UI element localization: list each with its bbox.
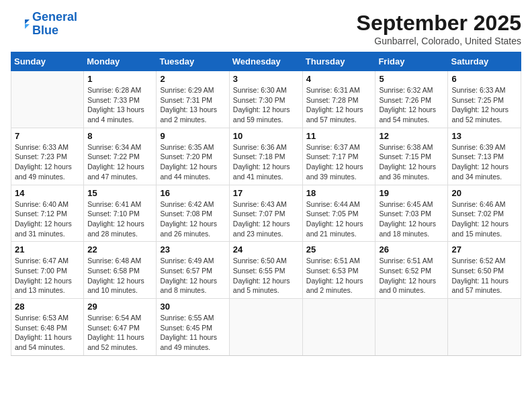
calendar-day-cell: 27Sunrise: 6:52 AMSunset: 6:50 PMDayligh… [448, 242, 521, 299]
day-info: Sunrise: 6:34 AMSunset: 7:22 PMDaylight:… [87, 142, 152, 182]
logo-line1: General [32, 10, 77, 24]
calendar-day-cell: 21Sunrise: 6:47 AMSunset: 7:00 PMDayligh… [11, 242, 84, 299]
calendar-day-cell: 9Sunrise: 6:35 AMSunset: 7:20 PMDaylight… [157, 128, 229, 185]
calendar-week-row: 14Sunrise: 6:40 AMSunset: 7:12 PMDayligh… [11, 185, 521, 242]
month-title: September 2025 [357, 11, 521, 36]
day-info: Sunrise: 6:28 AMSunset: 7:33 PMDaylight:… [87, 85, 152, 125]
day-number: 10 [233, 131, 299, 141]
calendar-day-cell: 20Sunrise: 6:46 AMSunset: 7:02 PMDayligh… [448, 185, 521, 242]
day-info: Sunrise: 6:33 AMSunset: 7:25 PMDaylight:… [451, 85, 517, 125]
day-number: 19 [379, 188, 444, 198]
calendar-day-cell: 1Sunrise: 6:28 AMSunset: 7:33 PMDaylight… [84, 71, 157, 128]
calendar-day-cell: 3Sunrise: 6:30 AMSunset: 7:30 PMDaylight… [229, 71, 302, 128]
day-info: Sunrise: 6:30 AMSunset: 7:30 PMDaylight:… [233, 85, 299, 125]
calendar-day-cell: 11Sunrise: 6:37 AMSunset: 7:17 PMDayligh… [302, 128, 375, 185]
calendar-day-cell: 30Sunrise: 6:55 AMSunset: 6:45 PMDayligh… [157, 299, 229, 356]
day-info: Sunrise: 6:53 AMSunset: 6:48 PMDaylight:… [15, 313, 80, 353]
day-info: Sunrise: 6:39 AMSunset: 7:13 PMDaylight:… [451, 142, 517, 182]
svg-marker-1 [25, 19, 30, 24]
calendar-header-cell: Monday [84, 52, 157, 71]
calendar-header-cell: Saturday [448, 52, 521, 71]
calendar-week-row: 28Sunrise: 6:53 AMSunset: 6:48 PMDayligh… [11, 299, 521, 356]
day-number: 4 [306, 74, 372, 84]
title-block: September 2025 Gunbarrel, Colorado, Unit… [357, 11, 521, 46]
day-number: 17 [233, 188, 299, 198]
logo-icon [11, 15, 30, 34]
day-info: Sunrise: 6:45 AMSunset: 7:03 PMDaylight:… [379, 199, 444, 239]
calendar: SundayMondayTuesdayWednesdayThursdayFrid… [11, 52, 521, 356]
calendar-header-cell: Thursday [302, 52, 375, 71]
calendar-day-cell: 14Sunrise: 6:40 AMSunset: 7:12 PMDayligh… [11, 185, 84, 242]
calendar-day-cell: 16Sunrise: 6:42 AMSunset: 7:08 PMDayligh… [157, 185, 229, 242]
calendar-day-cell [229, 299, 302, 356]
day-info: Sunrise: 6:55 AMSunset: 6:45 PMDaylight:… [160, 313, 225, 353]
day-info: Sunrise: 6:40 AMSunset: 7:12 PMDaylight:… [15, 199, 80, 239]
day-number: 26 [379, 244, 444, 255]
day-number: 14 [15, 188, 80, 198]
day-number: 8 [87, 131, 152, 141]
day-number: 22 [87, 244, 152, 255]
calendar-day-cell: 6Sunrise: 6:33 AMSunset: 7:25 PMDaylight… [448, 71, 521, 128]
svg-marker-2 [25, 24, 30, 29]
day-number: 24 [233, 244, 299, 255]
calendar-day-cell: 13Sunrise: 6:39 AMSunset: 7:13 PMDayligh… [448, 128, 521, 185]
day-info: Sunrise: 6:47 AMSunset: 7:00 PMDaylight:… [15, 256, 80, 295]
day-info: Sunrise: 6:46 AMSunset: 7:02 PMDaylight:… [451, 199, 517, 239]
calendar-day-cell: 23Sunrise: 6:49 AMSunset: 6:57 PMDayligh… [157, 242, 229, 299]
day-number: 25 [306, 244, 372, 255]
day-number: 6 [451, 74, 517, 84]
calendar-day-cell: 10Sunrise: 6:36 AMSunset: 7:18 PMDayligh… [229, 128, 302, 185]
calendar-day-cell: 18Sunrise: 6:44 AMSunset: 7:05 PMDayligh… [302, 185, 375, 242]
calendar-day-cell: 22Sunrise: 6:48 AMSunset: 6:58 PMDayligh… [84, 242, 157, 299]
day-number: 2 [160, 74, 225, 84]
logo-line2: Blue [32, 24, 58, 37]
day-info: Sunrise: 6:44 AMSunset: 7:05 PMDaylight:… [306, 199, 372, 239]
day-number: 11 [306, 131, 372, 141]
day-info: Sunrise: 6:31 AMSunset: 7:28 PMDaylight:… [306, 85, 372, 125]
day-number: 20 [451, 188, 517, 198]
day-info: Sunrise: 6:38 AMSunset: 7:15 PMDaylight:… [379, 142, 444, 182]
day-info: Sunrise: 6:36 AMSunset: 7:18 PMDaylight:… [233, 142, 299, 182]
day-info: Sunrise: 6:41 AMSunset: 7:10 PMDaylight:… [87, 199, 152, 239]
day-info: Sunrise: 6:51 AMSunset: 6:53 PMDaylight:… [306, 256, 372, 295]
calendar-header-cell: Wednesday [229, 52, 302, 71]
calendar-body: 1Sunrise: 6:28 AMSunset: 7:33 PMDaylight… [11, 71, 521, 356]
day-number: 28 [15, 302, 80, 312]
calendar-header-cell: Sunday [11, 52, 84, 71]
day-number: 29 [87, 302, 152, 312]
day-info: Sunrise: 6:29 AMSunset: 7:31 PMDaylight:… [160, 85, 225, 125]
logo: General Blue [11, 11, 77, 38]
calendar-day-cell [302, 299, 375, 356]
logo-text: General Blue [32, 11, 77, 38]
calendar-day-cell: 5Sunrise: 6:32 AMSunset: 7:26 PMDaylight… [375, 71, 448, 128]
day-info: Sunrise: 6:43 AMSunset: 7:07 PMDaylight:… [233, 199, 299, 239]
calendar-day-cell: 24Sunrise: 6:50 AMSunset: 6:55 PMDayligh… [229, 242, 302, 299]
calendar-day-cell: 25Sunrise: 6:51 AMSunset: 6:53 PMDayligh… [302, 242, 375, 299]
calendar-day-cell: 2Sunrise: 6:29 AMSunset: 7:31 PMDaylight… [157, 71, 229, 128]
calendar-day-cell [11, 71, 84, 128]
day-number: 16 [160, 188, 225, 198]
day-number: 5 [379, 74, 444, 84]
day-number: 23 [160, 244, 225, 255]
calendar-week-row: 7Sunrise: 6:33 AMSunset: 7:23 PMDaylight… [11, 128, 521, 185]
day-info: Sunrise: 6:48 AMSunset: 6:58 PMDaylight:… [87, 256, 152, 295]
day-number: 9 [160, 131, 225, 141]
day-info: Sunrise: 6:49 AMSunset: 6:57 PMDaylight:… [160, 256, 225, 295]
day-info: Sunrise: 6:37 AMSunset: 7:17 PMDaylight:… [306, 142, 372, 182]
day-info: Sunrise: 6:54 AMSunset: 6:47 PMDaylight:… [87, 313, 152, 353]
calendar-header-cell: Friday [375, 52, 448, 71]
calendar-day-cell: 15Sunrise: 6:41 AMSunset: 7:10 PMDayligh… [84, 185, 157, 242]
day-info: Sunrise: 6:51 AMSunset: 6:52 PMDaylight:… [379, 256, 444, 295]
day-info: Sunrise: 6:50 AMSunset: 6:55 PMDaylight:… [233, 256, 299, 295]
day-info: Sunrise: 6:42 AMSunset: 7:08 PMDaylight:… [160, 199, 225, 239]
day-number: 1 [87, 74, 152, 84]
calendar-day-cell [448, 299, 521, 356]
calendar-week-row: 21Sunrise: 6:47 AMSunset: 7:00 PMDayligh… [11, 242, 521, 299]
calendar-week-row: 1Sunrise: 6:28 AMSunset: 7:33 PMDaylight… [11, 71, 521, 128]
day-number: 3 [233, 74, 299, 84]
day-info: Sunrise: 6:32 AMSunset: 7:26 PMDaylight:… [379, 85, 444, 125]
calendar-day-cell: 4Sunrise: 6:31 AMSunset: 7:28 PMDaylight… [302, 71, 375, 128]
calendar-header-row: SundayMondayTuesdayWednesdayThursdayFrid… [11, 52, 521, 71]
day-number: 18 [306, 188, 372, 198]
day-info: Sunrise: 6:52 AMSunset: 6:50 PMDaylight:… [451, 256, 517, 295]
